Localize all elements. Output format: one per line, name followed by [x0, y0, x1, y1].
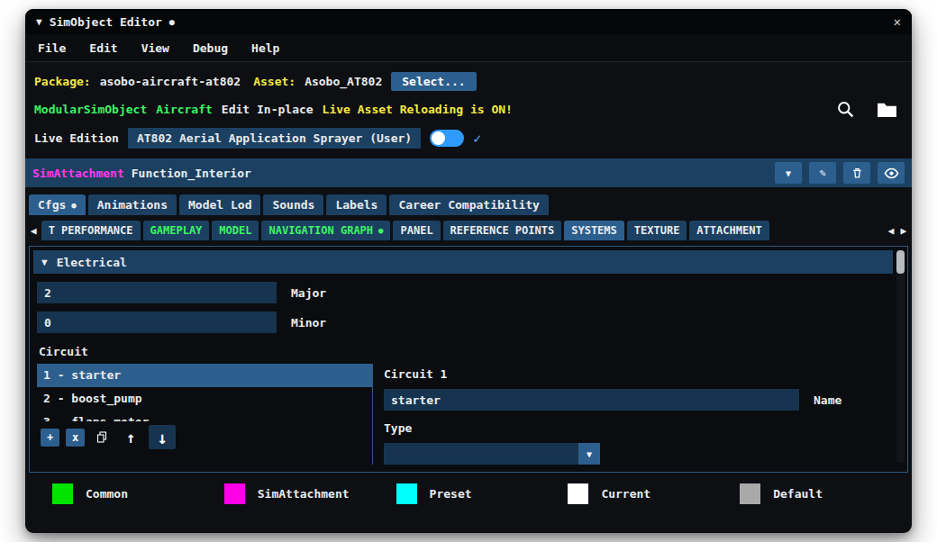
live-reload-status: Live Asset Reloading is ON! — [323, 103, 513, 116]
tab-career-compatibility-label: Career Compatibility — [398, 198, 540, 212]
tab-model-lod[interactable]: Model Lod — [179, 194, 260, 215]
subtab-gameplay-label: GAMEPLAY — [150, 224, 203, 237]
status-row: ModularSimObject Aircraft Edit In-place … — [25, 95, 912, 123]
live-edition-label: Live Edition — [34, 131, 119, 145]
circuit-list-column: 1 - starter 2 - boost_pump 3 - flaps_mot… — [37, 364, 372, 465]
main-tabs: Cfgs ● Animations Model Lod Sounds Label… — [25, 194, 912, 215]
tab-sounds[interactable]: Sounds — [263, 194, 323, 215]
tab-cfgs-label: Cfgs — [38, 198, 66, 212]
remove-circuit-button[interactable]: x — [66, 429, 85, 447]
list-item[interactable]: 2 - boost_pump — [37, 387, 372, 411]
subtab-systems[interactable]: SYSTEMS — [564, 221, 624, 240]
legend-swatch-current — [568, 483, 588, 504]
subtab-systems-label: SYSTEMS — [571, 224, 617, 237]
attachment-dropdown-button[interactable]: ▼ — [775, 162, 802, 184]
live-edition-row: Live Edition AT802 Aerial Application Sp… — [25, 123, 912, 153]
move-down-button[interactable]: ↓ — [149, 425, 176, 449]
subtabs-scroll-left-end-icon[interactable]: ◀ — [887, 221, 896, 240]
subtab-gameplay[interactable]: GAMEPLAY — [143, 221, 210, 240]
list-item[interactable]: 3 - flaps_motor — [37, 411, 372, 421]
subtab-reference-points[interactable]: REFERENCE POINTS — [443, 221, 562, 240]
edit-in-place-label: Edit In-place — [222, 103, 314, 116]
legend-item-current: Current — [568, 483, 740, 504]
subtabs-scroll-left-icon[interactable]: ◀ — [29, 221, 39, 240]
subtab-attachment[interactable]: ATTACHMENT — [689, 221, 769, 240]
window-title: SimObject Editor — [50, 15, 162, 29]
systems-content-panel: ▼ Electrical Major Minor Circuit 1 - sta… — [29, 246, 908, 473]
minor-label: Minor — [291, 316, 326, 330]
circuit-detail-title: Circuit 1 — [384, 367, 893, 381]
attachment-bar: SimAttachment Function_Interior ▼ ✎ — [25, 158, 912, 187]
subtab-model[interactable]: MODEL — [212, 221, 259, 240]
package-value: asobo-aircraft-at802 — [100, 75, 241, 88]
electrical-section-header[interactable]: ▼ Electrical — [33, 250, 893, 274]
tab-career-compatibility[interactable]: Career Compatibility — [389, 194, 549, 215]
subtab-flight-performance[interactable]: T PERFORMANCE — [41, 221, 141, 240]
legend-item-default: Default — [740, 483, 912, 504]
eye-icon[interactable] — [878, 162, 905, 184]
circuit-list: 1 - starter 2 - boost_pump 3 - flaps_mot… — [37, 364, 372, 421]
electrical-collapse-icon[interactable]: ▼ — [41, 257, 48, 268]
legend-swatch-common — [52, 483, 73, 504]
subtab-panel[interactable]: PANEL — [393, 221, 440, 240]
close-icon[interactable]: ✕ — [894, 14, 901, 29]
tab-model-lod-label: Model Lod — [188, 198, 251, 212]
search-icon[interactable] — [836, 100, 855, 119]
add-circuit-button[interactable]: + — [41, 429, 59, 447]
circuit-section-label: Circuit — [39, 345, 893, 358]
content-scrollbar[interactable] — [896, 250, 905, 463]
minor-field-row: Minor — [37, 312, 893, 333]
attachment-kind-label: SimAttachment — [32, 167, 124, 180]
menu-item-edit[interactable]: Edit — [89, 41, 117, 55]
legend-label-default: Default — [773, 487, 823, 501]
edit-pencil-icon[interactable]: ✎ — [809, 162, 836, 184]
circuit-name-label: Name — [814, 393, 841, 407]
move-up-button[interactable]: ↑ — [119, 427, 142, 448]
window-collapse-icon[interactable]: ▼ — [36, 16, 42, 28]
scrollbar-thumb[interactable] — [896, 250, 905, 274]
tab-cfgs-dot: ● — [71, 201, 76, 210]
check-icon: ✓ — [473, 131, 481, 147]
subtabs-scroll-right-icon[interactable]: ▶ — [898, 221, 908, 240]
tab-animations[interactable]: Animations — [88, 194, 177, 215]
live-edition-toggle[interactable] — [430, 130, 464, 147]
chevron-down-icon: ▼ — [578, 443, 600, 465]
menu-item-file[interactable]: File — [38, 41, 66, 55]
legend-item-preset: Preset — [396, 483, 569, 504]
package-label: Package: — [34, 75, 91, 88]
menu-item-view[interactable]: View — [141, 41, 169, 55]
asset-value: Asobo_AT802 — [305, 75, 382, 88]
list-item[interactable]: 1 - starter — [37, 364, 372, 387]
subtab-texture[interactable]: TEXTURE — [627, 221, 687, 240]
legend-swatch-preset — [396, 483, 417, 504]
folder-icon[interactable] — [877, 101, 897, 118]
circuit-name-input[interactable] — [384, 389, 799, 411]
subtab-attachment-label: ATTACHMENT — [696, 224, 761, 237]
minor-input[interactable] — [37, 312, 277, 333]
menu-item-help[interactable]: Help — [251, 41, 279, 55]
subtab-reference-points-label: REFERENCE POINTS — [450, 224, 555, 237]
legend-label-common: Common — [86, 487, 128, 501]
select-asset-button[interactable]: Select... — [391, 72, 476, 91]
copy-icon[interactable] — [91, 428, 113, 447]
attachment-name: Function_Interior — [132, 167, 251, 180]
subtab-texture-label: TEXTURE — [634, 224, 680, 237]
legend-item-simattachment: SimAttachment — [224, 483, 396, 504]
menu-item-debug[interactable]: Debug — [193, 41, 228, 55]
subtab-navigation-graph-label: NAVIGATION GRAPH — [268, 224, 373, 237]
tab-cfgs[interactable]: Cfgs ● — [29, 194, 86, 215]
tab-labels[interactable]: Labels — [326, 194, 387, 215]
tab-labels-label: Labels — [335, 198, 378, 212]
simobject-type-label: Aircraft — [156, 103, 213, 116]
subtab-navigation-graph[interactable]: NAVIGATION GRAPH ● — [261, 221, 390, 240]
trash-icon[interactable] — [843, 162, 870, 184]
modified-indicator: ● — [169, 17, 175, 27]
menu-bar: File Edit View Debug Help — [25, 34, 912, 62]
package-row: Package: asobo-aircraft-at802 Asset: Aso… — [25, 68, 912, 95]
major-input[interactable] — [37, 282, 277, 303]
major-field-row: Major — [37, 282, 893, 303]
legend-swatch-default — [740, 483, 760, 504]
live-edition-value[interactable]: AT802 Aerial Application Sprayer (User) — [128, 128, 421, 149]
circuit-type-dropdown[interactable]: ▼ — [384, 443, 600, 465]
legend-label-simattachment: SimAttachment — [258, 487, 350, 501]
